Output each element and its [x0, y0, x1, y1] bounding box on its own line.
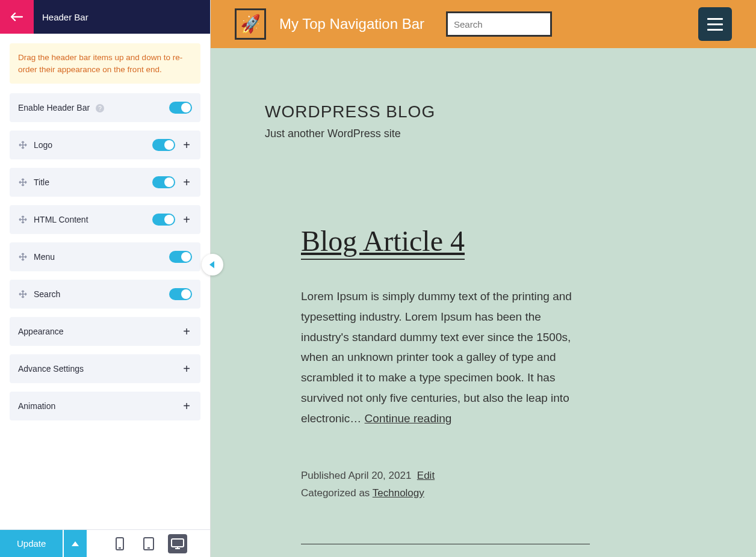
post-body: Lorem Ipsum is simply dummy text of the … [301, 286, 590, 429]
mobile-icon [116, 537, 124, 550]
svg-marker-0 [209, 261, 214, 268]
sidebar-notice: Drag the header bar items up and down to… [10, 43, 200, 84]
device-desktop-button[interactable] [168, 534, 187, 553]
plus-icon[interactable]: + [181, 214, 192, 226]
post-date: April 20, 2021 [348, 470, 411, 481]
move-icon[interactable] [18, 289, 28, 299]
plus-icon[interactable]: + [181, 325, 192, 337]
site-logo[interactable]: 🚀 [235, 8, 266, 40]
post-divider [301, 544, 590, 544]
section-appearance[interactable]: Appearance + [10, 317, 200, 346]
plus-icon[interactable]: + [181, 363, 192, 375]
svg-rect-6 [172, 539, 184, 547]
site-tagline: Just another WordPress site [265, 128, 756, 140]
preview-pane: 🚀 My Top Navigation Bar WORDPRESS BLOG J… [211, 0, 756, 557]
sidebar-body: Drag the header bar items up and down to… [0, 34, 210, 529]
logo-toggle[interactable] [152, 139, 175, 151]
post-meta: Published April 20, 2021 Edit Categorize… [301, 467, 590, 502]
post-title-link[interactable]: Blog Article 4 [301, 224, 465, 260]
hamburger-icon [707, 18, 723, 20]
sidebar-title: Header Bar [34, 12, 88, 22]
sidebar-footer: Update [0, 529, 210, 557]
rocket-icon: 🚀 [239, 13, 262, 35]
item-row-logo[interactable]: Logo + [10, 131, 200, 159]
section-label: Appearance [18, 327, 175, 336]
update-expand-button[interactable] [64, 530, 87, 557]
search-toggle[interactable] [169, 288, 192, 300]
item-row-html[interactable]: HTML Content + [10, 205, 200, 234]
menu-button[interactable] [698, 7, 732, 41]
item-label: HTML Content [34, 215, 146, 224]
sidebar-header: Header Bar [0, 0, 210, 34]
enable-header-label: Enable Header Bar ? [18, 103, 163, 113]
post: Blog Article 4 Lorem Ipsum is simply dum… [211, 140, 680, 544]
desktop-icon [171, 538, 184, 549]
item-label: Logo [34, 140, 146, 150]
device-mobile-button[interactable] [110, 534, 129, 553]
triangle-left-icon [209, 261, 215, 268]
svg-marker-1 [72, 541, 79, 546]
move-icon[interactable] [18, 140, 28, 150]
plus-icon[interactable]: + [181, 400, 192, 412]
arrow-left-icon [11, 13, 23, 21]
edit-link[interactable]: Edit [417, 470, 435, 481]
enable-header-row: Enable Header Bar ? [10, 93, 200, 122]
settings-sidebar: Header Bar Drag the header bar items up … [0, 0, 211, 557]
category-link[interactable]: Technology [373, 487, 424, 499]
move-icon[interactable] [18, 177, 28, 187]
continue-reading-link[interactable]: Continue reading [365, 412, 452, 425]
enable-header-toggle[interactable] [169, 102, 192, 114]
header-bar-preview: 🚀 My Top Navigation Bar [211, 0, 756, 48]
item-label: Search [34, 289, 163, 299]
item-row-title[interactable]: Title + [10, 168, 200, 197]
site-header: WORDPRESS BLOG Just another WordPress si… [211, 48, 756, 140]
menu-toggle[interactable] [169, 251, 192, 263]
question-icon[interactable]: ? [96, 104, 104, 112]
move-icon[interactable] [18, 215, 28, 224]
update-button[interactable]: Update [0, 530, 63, 557]
triangle-up-icon [72, 541, 79, 546]
plus-icon[interactable]: + [181, 139, 192, 151]
item-label: Menu [34, 252, 163, 262]
item-row-menu[interactable]: Menu [10, 242, 200, 271]
tablet-icon [143, 537, 154, 550]
device-preview-group [87, 530, 210, 557]
plus-icon[interactable]: + [181, 176, 192, 188]
html-toggle[interactable] [152, 214, 175, 226]
collapse-sidebar-button[interactable] [202, 254, 223, 275]
move-icon[interactable] [18, 252, 28, 262]
device-tablet-button[interactable] [139, 534, 158, 553]
section-label: Animation [18, 401, 175, 411]
site-title: WORDPRESS BLOG [265, 102, 756, 122]
item-label: Title [34, 177, 146, 187]
section-animation[interactable]: Animation + [10, 392, 200, 420]
back-button[interactable] [0, 0, 34, 34]
search-input[interactable] [446, 11, 552, 37]
section-label: Advance Settings [18, 364, 175, 374]
title-toggle[interactable] [152, 176, 175, 188]
item-row-search[interactable]: Search [10, 280, 200, 309]
section-advance[interactable]: Advance Settings + [10, 354, 200, 383]
nav-title: My Top Navigation Bar [279, 16, 424, 32]
